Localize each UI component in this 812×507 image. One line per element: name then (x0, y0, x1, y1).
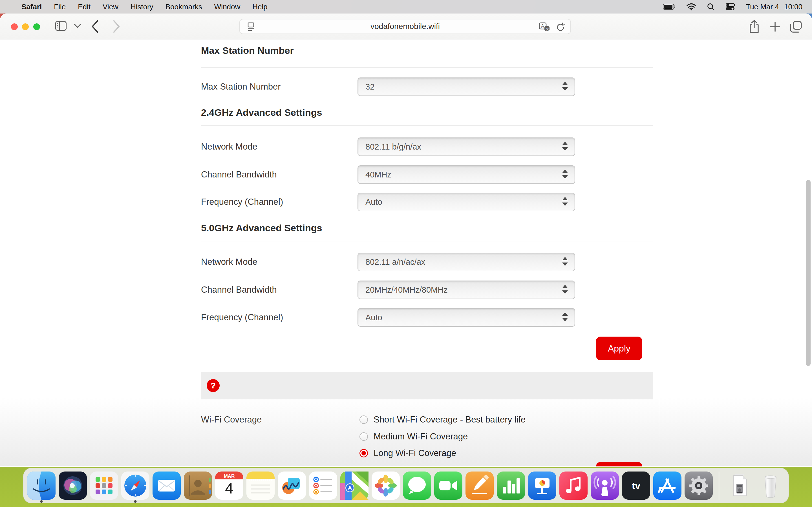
select-stepper-icon (562, 312, 568, 323)
forward-icon[interactable] (112, 20, 121, 34)
close-window-button[interactable] (11, 23, 18, 30)
dock-calendar-icon[interactable]: MAR4 (215, 471, 243, 500)
select-value: 40MHz (365, 170, 391, 179)
menu-view[interactable]: View (103, 3, 118, 11)
field-label: Channel Bandwidth (201, 170, 277, 180)
menu-safari[interactable]: Safari (21, 3, 42, 11)
dock-contacts-icon[interactable] (184, 471, 212, 500)
select-stepper-icon (562, 256, 568, 268)
menu-edit[interactable]: Edit (78, 3, 91, 11)
select-value: Auto (365, 313, 382, 322)
running-indicator (134, 500, 137, 503)
dock-maps-icon[interactable] (340, 471, 368, 500)
select-stepper-icon (562, 141, 568, 152)
dock-safari-icon[interactable] (121, 471, 149, 500)
select-stepper-icon (562, 196, 568, 208)
form-row-network-mode-24: Network Mode 802.11 b/g/n/ax (154, 137, 659, 156)
dock-launchpad-icon[interactable] (90, 471, 118, 500)
dock-photos-icon[interactable] (371, 471, 400, 500)
vertical-scrollbar[interactable] (806, 180, 811, 366)
select-value: 802.11 a/n/ac/ax (365, 258, 425, 267)
dock-appletv-icon[interactable]: tv (622, 471, 650, 500)
sidebar-icon[interactable] (55, 21, 66, 32)
reload-icon[interactable] (556, 22, 565, 33)
dock: MAR4 tv (23, 468, 789, 503)
wifi-icon[interactable] (687, 3, 696, 10)
dock-documents-icon[interactable] (725, 471, 753, 500)
menu-file[interactable]: File (54, 3, 66, 11)
coverage-option-medium[interactable]: Medium Wi-Fi Coverage (359, 432, 468, 442)
field-label: Frequency (Channel) (201, 313, 283, 323)
tab-overview-icon[interactable] (790, 20, 802, 34)
apply-button[interactable]: Apply (596, 337, 642, 360)
search-icon[interactable] (707, 3, 715, 11)
menu-help[interactable]: Help (252, 3, 267, 11)
bandwidth-24-select[interactable]: 40MHz (357, 165, 575, 184)
toolbar-divider (70, 21, 70, 32)
bandwidth-50-select[interactable]: 20MHz/40MHz/80MHz (357, 281, 575, 299)
divider (201, 67, 653, 68)
radio-short[interactable] (359, 415, 368, 424)
dock-notes-icon[interactable] (246, 471, 274, 500)
zoom-window-button[interactable] (33, 23, 40, 30)
dock-reminders-icon[interactable] (309, 471, 337, 500)
divider (201, 241, 653, 241)
menu-bookmarks[interactable]: Bookmarks (165, 3, 202, 11)
coverage-label: Wi-Fi Coverage (201, 414, 262, 425)
select-stepper-icon (562, 81, 568, 93)
share-icon[interactable] (749, 20, 760, 34)
battery-icon[interactable] (663, 3, 676, 10)
frequency-50-select[interactable]: Auto (357, 308, 575, 327)
radio-long[interactable] (359, 449, 368, 457)
dock-keynote-icon[interactable] (528, 471, 556, 500)
help-icon[interactable]: ? (207, 379, 220, 392)
radio-medium[interactable] (359, 432, 368, 441)
network-mode-50-select[interactable]: 802.11 a/n/ac/ax (357, 252, 575, 271)
dock-music-icon[interactable] (559, 471, 588, 500)
menu-items: Safari File Edit View History Bookmarks … (21, 3, 267, 11)
dock-finder-icon[interactable] (28, 471, 56, 500)
max-station-select[interactable]: 32 (357, 77, 575, 96)
minimize-window-button[interactable] (22, 23, 29, 30)
network-mode-24-select[interactable]: 802.11 b/g/n/ax (357, 137, 575, 156)
section-heading-50ghz: 5.0GHz Advanced Settings (201, 223, 322, 233)
url-text: vodafonemobile.wifi (370, 22, 440, 31)
dock-pages-icon[interactable] (465, 471, 494, 500)
form-row-frequency-50: Frequency (Channel) Auto (154, 308, 659, 327)
field-label: Channel Bandwidth (201, 285, 277, 295)
menu-window[interactable]: Window (214, 3, 240, 11)
radio-label: Short Wi-Fi Coverage - Best battery life (373, 414, 525, 425)
menu-history[interactable]: History (131, 3, 153, 11)
dock-mail-icon[interactable] (153, 471, 181, 500)
back-icon[interactable] (91, 20, 99, 34)
select-stepper-icon (562, 169, 568, 180)
dock-podcasts-icon[interactable] (591, 471, 619, 500)
radio-label: Long Wi-Fi Coverage (373, 448, 456, 458)
help-bar: ? (201, 372, 653, 399)
address-bar[interactable]: vodafonemobile.wifi A文 (239, 19, 571, 34)
coverage-option-short[interactable]: Short Wi-Fi Coverage - Best battery life (359, 414, 525, 425)
coverage-option-long[interactable]: Long Wi-Fi Coverage (359, 448, 456, 458)
translate-icon[interactable]: A文 (539, 22, 550, 34)
apply-button-bottom-clipped[interactable] (596, 462, 642, 466)
dock-siri-icon[interactable] (59, 471, 87, 500)
dock-system-settings-icon[interactable] (684, 471, 713, 500)
frequency-24-select[interactable]: Auto (357, 193, 575, 211)
dock-trash-icon[interactable] (756, 471, 784, 500)
dock-messages-icon[interactable] (403, 471, 431, 500)
chevron-down-icon[interactable] (74, 24, 81, 29)
dock-freeform-icon[interactable] (278, 471, 306, 500)
select-value: Auto (365, 198, 382, 207)
control-center-icon[interactable] (725, 3, 735, 11)
form-row-max-station: Max Station Number 32 (154, 77, 659, 96)
clock-date: Tue Mar 4 (746, 3, 779, 11)
select-stepper-icon (562, 284, 568, 295)
new-tab-icon[interactable] (769, 21, 781, 34)
dock-numbers-icon[interactable] (497, 471, 525, 500)
menu-clock[interactable]: Tue Mar 4 10:00 (746, 3, 802, 11)
svg-text:文: 文 (546, 27, 549, 31)
reader-icon[interactable] (246, 22, 256, 33)
dock-appstore-icon[interactable] (653, 471, 681, 500)
form-row-network-mode-50: Network Mode 802.11 a/n/ac/ax (154, 252, 659, 271)
dock-facetime-icon[interactable] (434, 471, 462, 500)
